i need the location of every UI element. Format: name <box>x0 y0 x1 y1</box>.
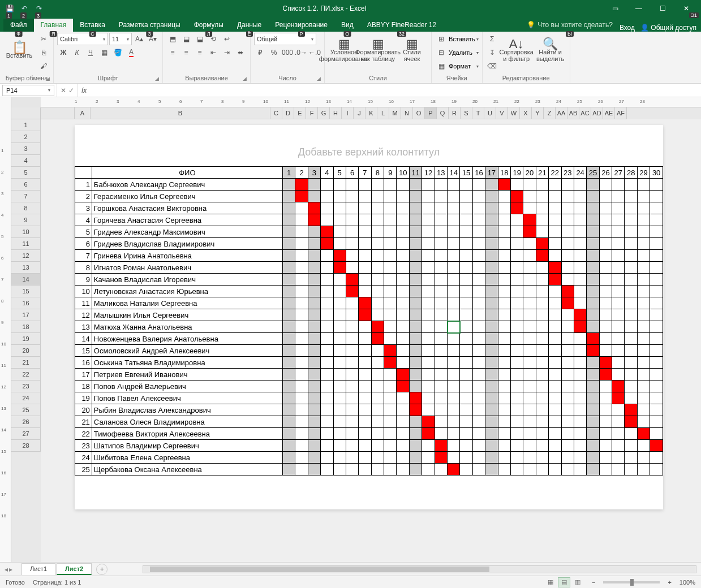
day-cell[interactable] <box>536 392 548 404</box>
format-as-table-button[interactable]: ▦Форматировать как таблицу <box>362 33 394 70</box>
select-all-corner[interactable] <box>11 107 41 119</box>
day-cell[interactable] <box>384 369 397 381</box>
day-cell[interactable] <box>472 416 485 428</box>
day-cell[interactable] <box>612 179 625 191</box>
column-header[interactable]: AA <box>556 107 567 119</box>
column-header[interactable]: L <box>377 107 389 119</box>
row-number[interactable]: 6 <box>75 238 92 250</box>
day-cell[interactable] <box>460 202 472 214</box>
day-cell[interactable] <box>435 226 447 238</box>
day-cell[interactable] <box>612 392 625 404</box>
day-cell[interactable] <box>485 321 498 333</box>
day-cell[interactable] <box>435 369 447 381</box>
day-cell[interactable] <box>587 179 599 191</box>
day-cell[interactable] <box>523 214 536 226</box>
row-number[interactable]: 18 <box>75 381 92 392</box>
day-cell[interactable] <box>321 452 333 464</box>
row-number[interactable]: 20 <box>75 404 92 416</box>
inc-decimal-icon[interactable]: .0→ <box>295 46 307 59</box>
day-cell[interactable] <box>599 214 612 226</box>
day-cell[interactable] <box>498 191 510 202</box>
day-cell[interactable] <box>485 381 498 392</box>
day-cell[interactable] <box>625 357 637 369</box>
day-cell[interactable] <box>637 321 650 333</box>
header-day[interactable]: 6 <box>346 167 358 179</box>
comma-icon[interactable]: 000 <box>281 46 294 59</box>
sheet-tab[interactable]: Лист1 <box>21 563 55 575</box>
day-cell[interactable] <box>599 464 612 475</box>
day-cell[interactable] <box>359 286 371 297</box>
day-cell[interactable] <box>422 286 435 297</box>
day-cell[interactable] <box>384 357 397 369</box>
day-cell[interactable] <box>295 191 308 202</box>
day-cell[interactable] <box>397 333 409 345</box>
day-cell[interactable] <box>359 440 371 452</box>
autosum-icon[interactable]: Σ <box>486 33 498 45</box>
day-cell[interactable] <box>536 202 548 214</box>
day-cell[interactable] <box>510 452 523 464</box>
day-cell[interactable] <box>422 297 435 309</box>
day-cell[interactable] <box>321 179 333 191</box>
day-cell[interactable] <box>561 440 574 452</box>
student-name[interactable]: Летуновская Анастасия Юрьевна <box>92 286 282 297</box>
student-name[interactable]: Игнатов Роман Анатольевич <box>92 262 282 274</box>
day-cell[interactable] <box>371 202 384 214</box>
day-cell[interactable] <box>485 262 498 274</box>
student-name[interactable]: Щербакова Оксана Алексеевна <box>92 464 282 475</box>
align-center-icon[interactable]: ≡ <box>180 46 192 59</box>
day-cell[interactable] <box>397 321 409 333</box>
borders-icon[interactable]: ▦ <box>98 46 110 59</box>
day-cell[interactable] <box>587 333 599 345</box>
day-cell[interactable] <box>625 262 637 274</box>
day-cell[interactable] <box>308 226 320 238</box>
font-color-icon[interactable]: A <box>125 46 137 59</box>
column-header[interactable]: U <box>484 107 496 119</box>
student-name[interactable]: Герасименко Илья Сергеевич <box>92 191 282 202</box>
day-cell[interactable] <box>625 404 637 416</box>
day-cell[interactable] <box>346 321 358 333</box>
day-cell[interactable] <box>536 286 548 297</box>
day-cell[interactable] <box>397 369 409 381</box>
day-cell[interactable] <box>448 262 460 274</box>
day-cell[interactable] <box>549 274 561 286</box>
day-cell[interactable] <box>523 321 536 333</box>
day-cell[interactable] <box>523 440 536 452</box>
day-cell[interactable] <box>397 381 409 392</box>
row-header[interactable]: 10 <box>11 226 41 238</box>
day-cell[interactable] <box>422 381 435 392</box>
day-cell[interactable] <box>599 191 612 202</box>
day-cell[interactable] <box>333 333 346 345</box>
day-cell[interactable] <box>359 321 371 333</box>
day-cell[interactable] <box>282 464 295 475</box>
day-cell[interactable] <box>409 321 422 333</box>
day-cell[interactable] <box>485 274 498 286</box>
day-cell[interactable] <box>409 286 422 297</box>
day-cell[interactable] <box>460 333 472 345</box>
day-cell[interactable] <box>397 416 409 428</box>
day-cell[interactable] <box>536 357 548 369</box>
day-cell[interactable] <box>321 369 333 381</box>
day-cell[interactable] <box>435 262 447 274</box>
column-header[interactable]: W <box>508 107 520 119</box>
day-cell[interactable] <box>295 392 308 404</box>
day-cell[interactable] <box>637 392 650 404</box>
day-cell[interactable] <box>587 345 599 357</box>
day-cell[interactable] <box>536 274 548 286</box>
day-cell[interactable] <box>422 250 435 262</box>
day-cell[interactable] <box>359 333 371 345</box>
day-cell[interactable] <box>637 369 650 381</box>
day-cell[interactable] <box>359 274 371 286</box>
day-cell[interactable] <box>510 286 523 297</box>
header-day[interactable]: 22 <box>549 167 561 179</box>
day-cell[interactable] <box>510 226 523 238</box>
day-cell[interactable] <box>371 369 384 381</box>
day-cell[interactable] <box>333 262 346 274</box>
day-cell[interactable] <box>371 238 384 250</box>
day-cell[interactable] <box>282 250 295 262</box>
day-cell[interactable] <box>472 381 485 392</box>
day-cell[interactable] <box>460 404 472 416</box>
day-cell[interactable] <box>498 297 510 309</box>
day-cell[interactable] <box>371 250 384 262</box>
day-cell[interactable] <box>282 274 295 286</box>
day-cell[interactable] <box>359 250 371 262</box>
